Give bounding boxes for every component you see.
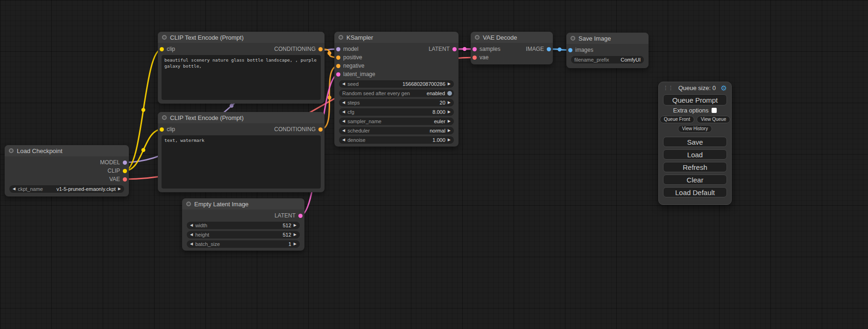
link-midpoint-dot[interactable]: [141, 108, 145, 112]
increment-arrow-icon[interactable]: ▶: [448, 119, 451, 123]
collapse-toggle-icon[interactable]: [186, 202, 191, 206]
node-title-label: KSampler: [346, 34, 373, 41]
link-midpoint-dot[interactable]: [230, 104, 233, 107]
node-clip-text-encode-positive[interactable]: CLIP Text Encode (Prompt)clipCONDITIONIN…: [158, 32, 325, 104]
collapse-toggle-icon[interactable]: [339, 35, 343, 40]
widget-denoise[interactable]: ◀denoise1.000▶: [339, 136, 454, 144]
widget-ckpt-name[interactable]: ◀ckpt_namev1-5-pruned-emaonly.ckpt▶: [9, 185, 124, 193]
extra-options-checkbox[interactable]: [712, 108, 717, 113]
increment-arrow-icon[interactable]: ▶: [118, 187, 121, 191]
toggle-knob-icon[interactable]: [447, 91, 452, 96]
widget-cfg[interactable]: ◀cfg8.000▶: [339, 108, 454, 116]
widget-steps[interactable]: ◀steps20▶: [339, 99, 454, 106]
widget-height[interactable]: ◀height512▶: [187, 231, 300, 238]
increment-arrow-icon[interactable]: ▶: [448, 101, 451, 105]
decrement-arrow-icon[interactable]: ◀: [342, 110, 345, 114]
input-port-vae[interactable]: [473, 56, 477, 60]
node-title-label: Load Checkpoint: [17, 147, 63, 154]
decrement-arrow-icon[interactable]: ◀: [342, 138, 345, 142]
menu-header: ⋮⋮ Queue size: 0 ⚙: [659, 82, 731, 92]
collapse-toggle-icon[interactable]: [9, 148, 14, 153]
collapse-toggle-icon[interactable]: [571, 36, 575, 41]
output-port-clip[interactable]: [123, 169, 127, 173]
queue-prompt-button[interactable]: Queue Prompt: [663, 94, 727, 105]
node-vae-decode[interactable]: VAE DecodesamplesIMAGEvae: [471, 32, 553, 64]
decrement-arrow-icon[interactable]: ◀: [342, 119, 345, 123]
node-clip-text-encode-negative[interactable]: CLIP Text Encode (Prompt)clipCONDITIONIN…: [158, 112, 325, 192]
widget-seed[interactable]: ◀seed156680208700286▶: [339, 80, 454, 88]
input-port-negative[interactable]: [336, 64, 340, 68]
output-port-model[interactable]: [123, 161, 127, 165]
input-port-clip[interactable]: [160, 127, 164, 132]
node-ksampler[interactable]: KSamplermodelLATENTpositivenegativelaten…: [334, 32, 459, 147]
collapse-toggle-icon[interactable]: [162, 35, 167, 40]
input-port-clip[interactable]: [160, 47, 164, 51]
decrement-arrow-icon[interactable]: ◀: [13, 187, 15, 191]
node-title-label: Empty Latent Image: [194, 201, 248, 208]
increment-arrow-icon[interactable]: ▶: [294, 233, 296, 237]
extra-options-row: Extra options: [659, 107, 731, 114]
queue-size-label: Queue size: 0: [673, 84, 721, 91]
decrement-arrow-icon[interactable]: ◀: [190, 242, 193, 246]
output-port-latent[interactable]: [452, 47, 457, 51]
node-title-label: CLIP Text Encode (Prompt): [170, 34, 244, 41]
node-graph-canvas[interactable]: ⋮⋮ Queue size: 0 ⚙ Queue Prompt Extra op…: [0, 0, 868, 329]
load-default-button[interactable]: Load Default: [663, 187, 727, 197]
widget-random-seed-after-every-gen[interactable]: Random seed after every genenabled: [339, 90, 454, 97]
widget-batch-size[interactable]: ◀batch_size1▶: [187, 240, 300, 248]
link-midpoint-dot[interactable]: [327, 51, 331, 55]
collapse-toggle-icon[interactable]: [475, 35, 480, 40]
input-port-latent-image[interactable]: [336, 72, 340, 77]
view-history-button[interactable]: View History: [678, 125, 712, 133]
node-save-image[interactable]: Save Imageimagesfilename_prefixComfyUI: [566, 33, 649, 68]
node-title-label: Save Image: [579, 35, 611, 42]
settings-gear-icon[interactable]: ⚙: [721, 84, 727, 91]
decrement-arrow-icon[interactable]: ◀: [190, 233, 193, 237]
input-port-samples[interactable]: [473, 47, 477, 51]
output-port-image[interactable]: [547, 47, 551, 51]
prompt-text-input[interactable]: text, watermark: [162, 135, 321, 189]
refresh-button[interactable]: Refresh: [663, 162, 727, 172]
increment-arrow-icon[interactable]: ▶: [448, 110, 451, 114]
output-port-conditioning[interactable]: [318, 47, 323, 51]
increment-arrow-icon[interactable]: ▶: [448, 129, 451, 133]
drag-handle-icon[interactable]: ⋮⋮: [663, 85, 673, 91]
node-load-checkpoint[interactable]: Load CheckpointMODELCLIPVAE◀ckpt_namev1-…: [5, 145, 129, 196]
node-empty-latent-image[interactable]: Empty Latent ImageLATENT◀width512▶◀heigh…: [182, 198, 304, 251]
increment-arrow-icon[interactable]: ▶: [448, 138, 451, 142]
input-port-model[interactable]: [336, 47, 340, 51]
workflow-actions: Save Load Refresh Clear Load Default: [659, 137, 731, 197]
link-midpoint-dot[interactable]: [463, 47, 466, 51]
link-midpoint-dot[interactable]: [141, 148, 145, 152]
output-port-latent[interactable]: [298, 214, 303, 218]
queue-front-button[interactable]: Queue Front: [660, 116, 694, 123]
decrement-arrow-icon[interactable]: ◀: [342, 101, 345, 105]
history-row: View History: [659, 125, 731, 133]
link-midpoint-dot[interactable]: [327, 96, 331, 99]
increment-arrow-icon[interactable]: ▶: [294, 242, 296, 246]
increment-arrow-icon[interactable]: ▶: [294, 224, 296, 227]
widget-width[interactable]: ◀width512▶: [187, 222, 300, 229]
view-queue-button[interactable]: View Queue: [697, 116, 730, 123]
input-port-images[interactable]: [568, 48, 572, 52]
load-button[interactable]: Load: [663, 149, 727, 160]
output-port-conditioning[interactable]: [318, 127, 323, 132]
input-port-positive[interactable]: [336, 56, 340, 60]
decrement-arrow-icon[interactable]: ◀: [342, 129, 345, 133]
extra-options-label: Extra options: [673, 107, 709, 114]
queue-menu-panel: ⋮⋮ Queue size: 0 ⚙ Queue Prompt Extra op…: [658, 82, 732, 205]
decrement-arrow-icon[interactable]: ◀: [190, 224, 193, 227]
link-midpoint-dot[interactable]: [557, 48, 561, 51]
output-port-vae[interactable]: [123, 177, 127, 182]
widget-sampler-name[interactable]: ◀sampler_nameeuler▶: [339, 118, 454, 125]
clear-button[interactable]: Clear: [663, 175, 727, 185]
save-button[interactable]: Save: [663, 137, 727, 147]
widget-scheduler[interactable]: ◀schedulernormal▶: [339, 127, 454, 134]
collapse-toggle-icon[interactable]: [162, 115, 167, 120]
widget-filename-prefix[interactable]: filename_prefixComfyUI: [571, 56, 644, 63]
node-title-label: CLIP Text Encode (Prompt): [170, 114, 244, 121]
prompt-text-input[interactable]: beautiful scenery nature glass bottle la…: [162, 55, 321, 100]
decrement-arrow-icon[interactable]: ◀: [342, 82, 345, 86]
increment-arrow-icon[interactable]: ▶: [448, 82, 451, 86]
queue-actions-row: Queue Front View Queue: [659, 116, 731, 123]
